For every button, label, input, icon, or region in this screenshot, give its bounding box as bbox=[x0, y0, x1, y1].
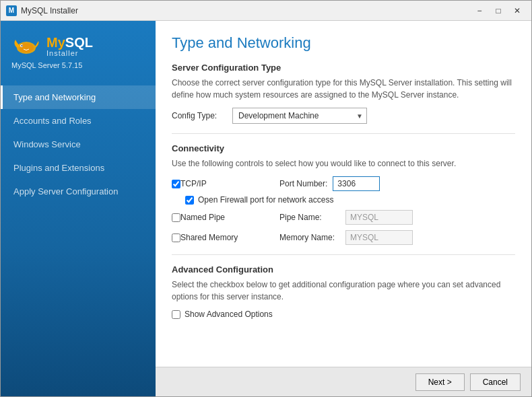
config-type-label: Config Type: bbox=[172, 111, 232, 120]
server-config-desc: Choose the correct server configuration … bbox=[172, 77, 515, 101]
named-pipe-label: Named Pipe bbox=[180, 213, 225, 222]
connectivity-section: Connectivity Use the following controls … bbox=[172, 143, 515, 245]
page-title: Type and Networking bbox=[172, 34, 515, 52]
show-advanced-checkbox[interactable] bbox=[172, 310, 180, 319]
advanced-desc: Select the checkbox below to get additio… bbox=[172, 279, 515, 303]
dolphin-icon bbox=[11, 34, 41, 59]
named-pipe-checkbox[interactable] bbox=[172, 213, 180, 222]
tcpip-right: Port Number: bbox=[279, 176, 380, 191]
server-config-section: Server Configuration Type Choose the cor… bbox=[172, 63, 515, 124]
memory-name-input[interactable] bbox=[345, 230, 413, 245]
sidebar-item-apply-config[interactable]: Apply Server Configuration bbox=[1, 180, 156, 203]
content-area: Type and Networking Server Configuration… bbox=[156, 21, 531, 396]
title-bar: M MySQL Installer − □ ✕ bbox=[1, 1, 531, 21]
show-advanced-label: Show Advanced Options bbox=[185, 310, 273, 319]
advanced-title: Advanced Configuration bbox=[172, 264, 515, 275]
sidebar-nav: Type and Networking Accounts and Roles W… bbox=[1, 80, 156, 203]
sidebar: MySQL Installer MySQL Server 5.7.15 Type… bbox=[1, 21, 156, 396]
main-window: M MySQL Installer − □ ✕ bbox=[0, 0, 532, 397]
server-config-title: Server Configuration Type bbox=[172, 63, 515, 73]
tcpip-label: TCP/IP bbox=[180, 179, 207, 188]
svg-point-1 bbox=[19, 43, 34, 52]
window-controls: − □ ✕ bbox=[471, 4, 526, 17]
sidebar-item-accounts-roles[interactable]: Accounts and Roles bbox=[1, 109, 156, 133]
content-body: Type and Networking Server Configuration… bbox=[156, 21, 531, 367]
next-button[interactable]: Next > bbox=[415, 373, 465, 391]
logo-graphic: MySQL Installer bbox=[11, 34, 93, 59]
logo-subtitle: MySQL Server 5.7.15 bbox=[11, 61, 82, 69]
memory-name-label: Memory Name: bbox=[279, 233, 340, 242]
sidebar-item-plugins-extensions[interactable]: Plugins and Extensions bbox=[1, 156, 156, 180]
advanced-section: Advanced Configuration Select the checkb… bbox=[172, 264, 515, 319]
pipe-name-input[interactable] bbox=[345, 210, 413, 225]
footer-bar: Next > Cancel bbox=[156, 367, 531, 396]
shared-memory-checkbox[interactable] bbox=[172, 233, 180, 242]
shared-memory-row: Shared Memory Memory Name: bbox=[172, 230, 515, 245]
window-title: MySQL Installer bbox=[21, 6, 471, 15]
window-icon: M bbox=[6, 5, 17, 16]
firewall-checkbox[interactable] bbox=[185, 196, 194, 205]
main-content: MySQL Installer MySQL Server 5.7.15 Type… bbox=[1, 21, 531, 396]
config-type-select[interactable]: Development Machine Server Machine Dedic… bbox=[232, 108, 367, 124]
divider-1 bbox=[172, 133, 515, 134]
show-advanced-row: Show Advanced Options bbox=[172, 310, 515, 319]
config-type-select-wrapper: Development Machine Server Machine Dedic… bbox=[232, 108, 367, 124]
minimize-button[interactable]: − bbox=[471, 4, 488, 17]
sidebar-logo: MySQL Installer MySQL Server 5.7.15 bbox=[1, 21, 156, 80]
tcpip-left: TCP/IP bbox=[172, 179, 279, 188]
named-pipe-row: Named Pipe Pipe Name: bbox=[172, 210, 515, 225]
port-number-input[interactable] bbox=[333, 176, 380, 191]
tcpip-row: TCP/IP Port Number: bbox=[172, 176, 515, 191]
maximize-button[interactable]: □ bbox=[490, 4, 507, 17]
pipe-name-label: Pipe Name: bbox=[279, 213, 340, 222]
firewall-row: Open Firewall port for network access bbox=[185, 195, 515, 205]
logo-text: MySQL Installer bbox=[46, 36, 93, 57]
firewall-label: Open Firewall port for network access bbox=[198, 195, 333, 205]
connectivity-title: Connectivity bbox=[172, 143, 515, 153]
sidebar-item-type-networking[interactable]: Type and Networking bbox=[1, 85, 156, 109]
divider-2 bbox=[172, 254, 515, 255]
config-type-row: Config Type: Development Machine Server … bbox=[172, 108, 515, 124]
svg-point-3 bbox=[22, 45, 23, 46]
connectivity-desc: Use the following controls to select how… bbox=[172, 157, 515, 170]
sidebar-item-windows-service[interactable]: Windows Service bbox=[1, 133, 156, 156]
tcpip-checkbox[interactable] bbox=[172, 180, 180, 188]
cancel-button[interactable]: Cancel bbox=[470, 373, 521, 391]
close-button[interactable]: ✕ bbox=[508, 4, 526, 17]
port-number-label: Port Number: bbox=[279, 179, 327, 188]
shared-memory-label: Shared Memory bbox=[180, 233, 238, 242]
